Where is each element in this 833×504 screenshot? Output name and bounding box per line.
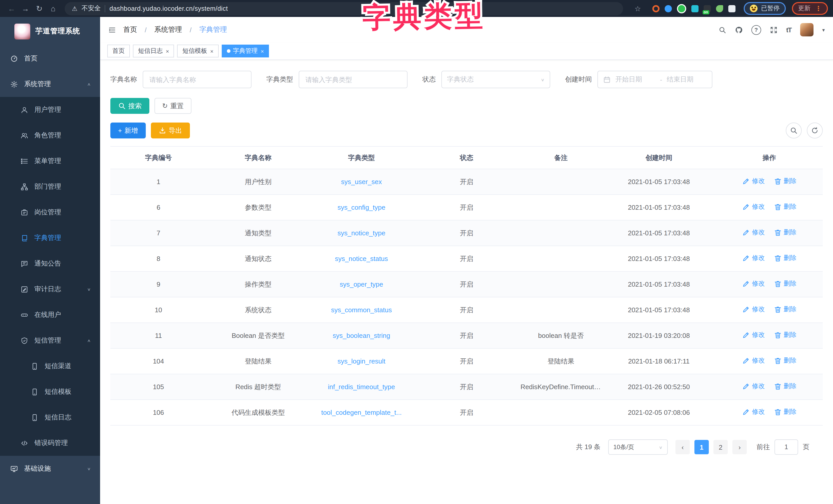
- sidebar-item[interactable]: 短信渠道: [0, 353, 100, 379]
- dict-name-input[interactable]: [143, 71, 252, 88]
- extensions-puzzle-icon[interactable]: [728, 5, 736, 12]
- extension-icon[interactable]: [691, 5, 698, 12]
- breadcrumb-home[interactable]: 首页: [123, 25, 137, 34]
- extension-icon[interactable]: [677, 4, 686, 13]
- dict-type-link[interactable]: sys_user_sex: [341, 178, 382, 185]
- back-icon[interactable]: ←: [5, 4, 18, 13]
- sidebar-item[interactable]: 菜单管理: [0, 148, 100, 174]
- search-button[interactable]: 搜索: [110, 98, 149, 114]
- toggle-search-button[interactable]: [786, 123, 802, 138]
- close-tab-icon[interactable]: ×: [210, 48, 214, 54]
- table-row: 9 操作类型 sys_oper_type 开启 2021-01-05 17:03…: [110, 272, 823, 297]
- user-avatar[interactable]: [800, 23, 813, 36]
- bookmark-star-icon[interactable]: ☆: [631, 4, 644, 12]
- delete-link[interactable]: 删除: [774, 305, 796, 314]
- sidebar-item[interactable]: 角色管理: [0, 123, 100, 148]
- edit-link[interactable]: 修改: [742, 356, 765, 365]
- collapse-sidebar-icon[interactable]: [108, 26, 116, 33]
- status-select[interactable]: 字典状态 ∨: [442, 71, 550, 88]
- sidebar-item[interactable]: 岗位管理: [0, 199, 100, 225]
- goto-page-input[interactable]: [775, 439, 798, 455]
- refresh-table-button[interactable]: [807, 123, 823, 138]
- view-tab[interactable]: 短信模板 ×: [177, 45, 219, 57]
- dict-type-link[interactable]: sys_common_status: [331, 306, 392, 314]
- page-number-button[interactable]: 2: [713, 440, 728, 454]
- edit-link[interactable]: 修改: [742, 305, 765, 314]
- create-time-range-picker[interactable]: 开始日期 - 结束日期: [597, 71, 712, 88]
- reload-icon[interactable]: ↻: [33, 4, 46, 13]
- close-tab-icon[interactable]: ×: [261, 48, 264, 54]
- page-number-button[interactable]: 1: [694, 440, 709, 454]
- edit-link[interactable]: 修改: [742, 382, 765, 391]
- view-tab[interactable]: 首页 ×: [107, 45, 130, 57]
- sidebar-item[interactable]: 审计日志 ∨: [0, 276, 100, 302]
- extension-icon[interactable]: [652, 5, 660, 12]
- url-bar[interactable]: ⚠ 不安全 dashboard.yudao.iocoder.cn/system/…: [65, 2, 623, 15]
- sidebar-item[interactable]: 短信日志: [0, 405, 100, 430]
- sidebar-item[interactable]: 部门管理: [0, 174, 100, 199]
- reset-icon: ↻: [162, 103, 168, 109]
- font-size-icon[interactable]: tT: [786, 26, 791, 33]
- extension-icon[interactable]: [716, 5, 723, 12]
- help-icon[interactable]: ?: [751, 25, 761, 34]
- user-menu-caret-icon[interactable]: ▾: [822, 27, 825, 32]
- browser-menu-icon[interactable]: ⋮: [815, 5, 822, 12]
- delete-link[interactable]: 删除: [774, 356, 796, 365]
- delete-link[interactable]: 删除: [774, 382, 796, 391]
- view-tab[interactable]: 字典管理 ×: [222, 45, 269, 57]
- sidebar-item[interactable]: 系统管理 ∧: [0, 71, 100, 97]
- edit-link[interactable]: 修改: [742, 177, 765, 185]
- sidebar-item[interactable]: 字典管理: [0, 225, 100, 251]
- export-button[interactable]: 导出: [151, 123, 190, 138]
- browser-update-button[interactable]: 更新 ⋮: [792, 2, 828, 15]
- next-page-button[interactable]: ›: [732, 440, 747, 454]
- sidebar-item[interactable]: 用户管理: [0, 97, 100, 123]
- close-tab-icon[interactable]: ×: [166, 48, 169, 54]
- view-tab[interactable]: 短信日志 ×: [133, 45, 174, 57]
- paused-extension-badge[interactable]: 已暂停: [744, 2, 786, 15]
- dict-type-input[interactable]: [299, 71, 407, 88]
- table-header-cell: 备注: [520, 146, 602, 169]
- sidebar-item[interactable]: 短信管理 ∧: [0, 328, 100, 353]
- delete-link[interactable]: 删除: [774, 408, 796, 416]
- header-search-icon[interactable]: [718, 26, 726, 33]
- edit-link[interactable]: 修改: [742, 228, 765, 237]
- delete-link[interactable]: 删除: [774, 177, 796, 185]
- sidebar-item[interactable]: 基础设施 ∨: [0, 456, 100, 481]
- start-date-placeholder: 开始日期: [615, 75, 656, 84]
- delete-link[interactable]: 删除: [774, 228, 796, 237]
- sidebar-item[interactable]: 错误码管理: [0, 430, 100, 456]
- sidebar-item[interactable]: 短信模板: [0, 379, 100, 405]
- delete-link[interactable]: 删除: [774, 279, 796, 288]
- extension-icon[interactable]: [665, 5, 672, 12]
- dict-type-link[interactable]: sys_notice_type: [337, 229, 385, 237]
- extension-icon[interactable]: on: [704, 5, 711, 12]
- dict-type-link[interactable]: sys_oper_type: [340, 280, 383, 288]
- delete-link[interactable]: 删除: [774, 203, 796, 211]
- sidebar-item[interactable]: 在线用户: [0, 302, 100, 328]
- edit-link[interactable]: 修改: [742, 203, 765, 211]
- page-size-select[interactable]: 10条/页 ∨: [608, 439, 668, 455]
- dict-type-link[interactable]: tool_codegen_template_t...: [321, 409, 402, 416]
- delete-link[interactable]: 删除: [774, 331, 796, 339]
- prev-page-button[interactable]: ‹: [675, 440, 690, 454]
- sidebar-item[interactable]: 通知公告: [0, 251, 100, 276]
- dict-type-link[interactable]: sys_config_type: [337, 204, 385, 211]
- reset-button[interactable]: ↻ 重置: [154, 98, 191, 114]
- home-icon[interactable]: ⌂: [47, 4, 60, 13]
- dict-type-link[interactable]: sys_login_result: [337, 357, 385, 365]
- add-button[interactable]: + 新增: [110, 123, 145, 138]
- dict-type-link[interactable]: inf_redis_timeout_type: [328, 383, 395, 391]
- dict-type-link[interactable]: sys_boolean_string: [333, 332, 390, 339]
- dict-type-link[interactable]: sys_notice_status: [335, 255, 388, 262]
- sidebar-item[interactable]: 首页: [0, 46, 100, 71]
- forward-icon[interactable]: →: [19, 4, 32, 13]
- edit-link[interactable]: 修改: [742, 254, 765, 262]
- fullscreen-icon[interactable]: [770, 26, 777, 33]
- edit-link[interactable]: 修改: [742, 279, 765, 288]
- delete-link[interactable]: 删除: [774, 254, 796, 262]
- github-icon[interactable]: [735, 26, 742, 33]
- edit-link[interactable]: 修改: [742, 331, 765, 339]
- breadcrumb-system[interactable]: 系统管理: [154, 25, 182, 34]
- edit-link[interactable]: 修改: [742, 408, 765, 416]
